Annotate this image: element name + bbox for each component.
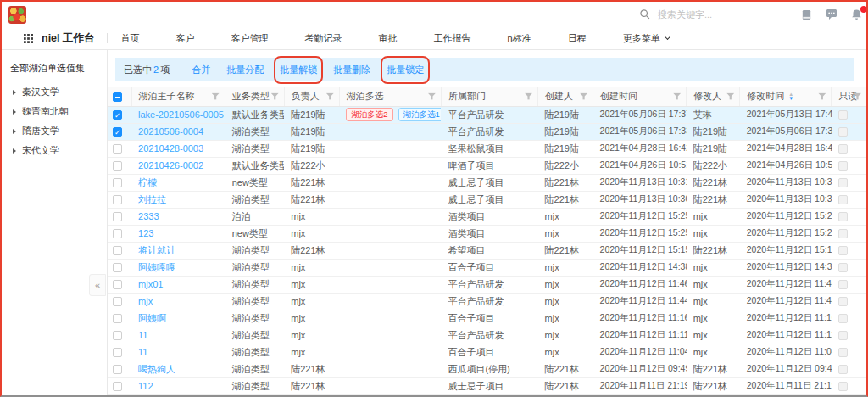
lake-name-link[interactable]: 2333 — [131, 208, 225, 225]
lake-name-link[interactable]: 20210426-0002 — [131, 157, 225, 174]
nav-item[interactable]: 日程 — [568, 33, 587, 43]
expand-arrow-icon[interactable] — [13, 148, 16, 154]
multi-select-cell — [339, 377, 441, 394]
table-row[interactable]: 将计就计湖泊类型陆221林希望项目陆221林2020年11月12日 15:15陆… — [108, 242, 866, 259]
book-icon[interactable] — [800, 8, 813, 21]
sidebar-tree-item[interactable]: 秦汉文学 — [10, 82, 107, 102]
checkbox-icon[interactable] — [113, 365, 122, 374]
nav-item[interactable]: 考勤记录 — [305, 33, 342, 43]
lake-name-link[interactable]: 喝热狗人 — [131, 361, 225, 377]
checkbox-icon[interactable] — [113, 229, 122, 238]
lake-name-link[interactable]: 20210428-0003 — [131, 140, 225, 157]
sidebar-tree-item[interactable]: 隋唐文学 — [10, 121, 107, 141]
global-search[interactable]: 搜索关键字... — [639, 2, 712, 27]
filter-icon[interactable] — [271, 92, 279, 100]
created-time-cell: 2021年05月06日 17:33 — [593, 123, 687, 140]
checkbox-icon[interactable] — [113, 144, 122, 154]
table-row[interactable]: 20210426-0002默认业务类型陆222小啤酒子项目陆222小2021年0… — [108, 157, 866, 174]
checkbox-icon[interactable] — [113, 263, 122, 272]
modified-time-cell: 2021年04月28日 16:42 — [740, 140, 832, 157]
checkbox-checked-icon[interactable]: ✓ — [113, 110, 122, 120]
bell-icon[interactable] — [850, 8, 863, 21]
table-row[interactable]: 123new类型mjx酒类项目mjx2020年11月12日 15:25mjx20… — [108, 225, 866, 242]
checkbox-icon[interactable] — [113, 382, 122, 391]
nav-item[interactable]: n标准 — [508, 33, 531, 43]
column-header: 所属部门 — [441, 87, 537, 106]
filter-icon[interactable] — [525, 92, 532, 100]
table-row[interactable]: 柠檬new类型陆221林威士忌子项目陆221林2020年11月13日 10:31… — [108, 174, 866, 191]
lake-name-link[interactable]: 20210506-0004 — [131, 123, 225, 140]
table-row[interactable]: mjx01湖泊类型mjx平台产品研发mjx2020年11月12日 11:46mj… — [108, 276, 866, 293]
bulk-action-button[interactable]: 批量删除 — [333, 64, 370, 76]
checkbox-icon[interactable] — [113, 178, 122, 187]
table-row[interactable]: 11湖泊类型mjx平台产品研发mjx2020年11月12日 11:11mjx20… — [108, 327, 866, 344]
checkbox-icon[interactable] — [113, 212, 122, 221]
checkbox-icon[interactable] — [113, 297, 122, 306]
bulk-action-button[interactable]: 批量解锁 — [280, 64, 317, 76]
lake-name-link[interactable]: 11 — [131, 327, 225, 344]
filter-icon[interactable] — [726, 92, 734, 100]
table-row[interactable]: 112湖泊类型陆221林威士忌子项目陆221林2020年11月11日 21:19… — [108, 377, 866, 394]
nav-more-menu[interactable]: 更多菜单 — [623, 32, 670, 45]
table-row[interactable]: 喝热狗人湖泊类型陆221林西瓜项目(停用)陆221林2020年11月12日 09… — [108, 361, 866, 377]
checkbox-icon[interactable] — [113, 246, 122, 255]
nav-item[interactable]: 客户 — [176, 33, 195, 43]
sidebar-tree-item[interactable]: 宋代文学 — [10, 141, 107, 160]
filter-icon[interactable] — [580, 92, 587, 100]
checkbox-icon[interactable] — [113, 195, 122, 204]
checkbox-icon[interactable] — [113, 161, 122, 171]
creator-cell: 陆221林 — [538, 174, 593, 191]
nav-item[interactable]: 工作报告 — [434, 33, 471, 43]
business-type-cell: 湖泊类型 — [225, 361, 284, 377]
lake-name-link[interactable]: lake-20210506-0005 — [131, 106, 225, 123]
checkbox-icon[interactable] — [113, 314, 122, 323]
lake-name-link[interactable]: 将计就计 — [131, 242, 225, 259]
multi-select-cell — [339, 123, 441, 140]
lake-name-link[interactable]: mjx — [131, 293, 225, 310]
filter-icon[interactable] — [212, 92, 220, 100]
lake-name-link[interactable]: 柠檬 — [131, 174, 225, 191]
filter-icon[interactable] — [673, 92, 681, 100]
sort-icon[interactable]: ▲▼ — [788, 92, 793, 101]
apps-grid-icon[interactable] — [24, 34, 33, 43]
bulk-action-button[interactable]: 批量锁定 — [387, 64, 424, 76]
sidebar-collapse-handle[interactable]: « — [89, 274, 106, 296]
chat-icon[interactable] — [825, 8, 838, 21]
expand-arrow-icon[interactable] — [13, 129, 16, 134]
table-row[interactable]: ✓lake-20210506-0005默认业务类型陆219陆湖泊多选2湖泊多选1… — [108, 106, 866, 123]
table-row[interactable]: 11湖泊类型mjx百合子项目mjx2020年11月12日 11:04mjx202… — [108, 344, 866, 361]
table-row[interactable]: mjx湖泊类型mjx平台产品研发mjx2020年11月12日 11:44mjx2… — [108, 293, 866, 310]
expand-arrow-icon[interactable] — [13, 109, 16, 115]
checkbox-checked-icon[interactable]: ✓ — [113, 127, 122, 137]
lake-name-link[interactable]: 阿姨啊 — [131, 310, 225, 327]
checkbox-icon[interactable] — [113, 348, 122, 357]
nav-item[interactable]: 首页 — [121, 33, 140, 43]
workspace-title[interactable]: niel 工作台 — [42, 31, 95, 46]
lake-name-link[interactable]: 11 — [131, 344, 225, 361]
expand-arrow-icon[interactable] — [13, 90, 16, 95]
lake-name-link[interactable]: mjx01 — [131, 276, 225, 293]
sidebar-tree-item[interactable]: 魏晋南北朝 — [10, 102, 107, 121]
multi-select-cell — [339, 242, 441, 259]
filter-icon[interactable] — [326, 92, 334, 100]
bulk-action-button[interactable]: 合并 — [192, 64, 210, 76]
nav-item[interactable]: 客户管理 — [231, 33, 269, 43]
checkbox-icon[interactable] — [113, 331, 122, 340]
checkbox-icon[interactable] — [113, 280, 122, 289]
select-all-checkbox-indeterminate[interactable] — [113, 92, 122, 102]
table-row[interactable]: 刘拉拉湖泊类型陆221林威士忌子项目陆221林2020年11月13日 10:30… — [108, 191, 866, 208]
filter-icon[interactable] — [818, 92, 826, 100]
table-row[interactable]: 阿姨啊湖泊类型mjx百合子项目mjx2020年11月12日 11:16mjx20… — [108, 310, 866, 327]
lake-name-link[interactable]: 刘拉拉 — [131, 191, 225, 208]
table-row[interactable]: 20210428-0003湖泊类型陆219陆坚果松鼠项目陆219陆2021年04… — [108, 140, 866, 157]
table-row[interactable]: 阿姨嘎嘎湖泊类型mjx百合子项目mjx2020年11月12日 14:38mjx2… — [108, 259, 866, 276]
lake-name-link[interactable]: 阿姨嘎嘎 — [131, 259, 225, 276]
table-row[interactable]: ✓20210506-0004湖泊类型陆219陆平台产品研发陆219陆2021年0… — [108, 123, 866, 140]
lake-name-link[interactable]: 112 — [131, 377, 225, 394]
lake-name-link[interactable]: 123 — [131, 225, 225, 242]
nav-item[interactable]: 审批 — [379, 33, 398, 43]
filter-icon[interactable] — [428, 92, 436, 100]
created-time-cell: 2021年04月28日 16:42 — [593, 140, 687, 157]
bulk-action-button[interactable]: 批量分配 — [226, 64, 264, 76]
table-row[interactable]: 2333泊泊mjx酒类项目mjx2020年11月12日 15:25mjx2020… — [108, 208, 866, 225]
